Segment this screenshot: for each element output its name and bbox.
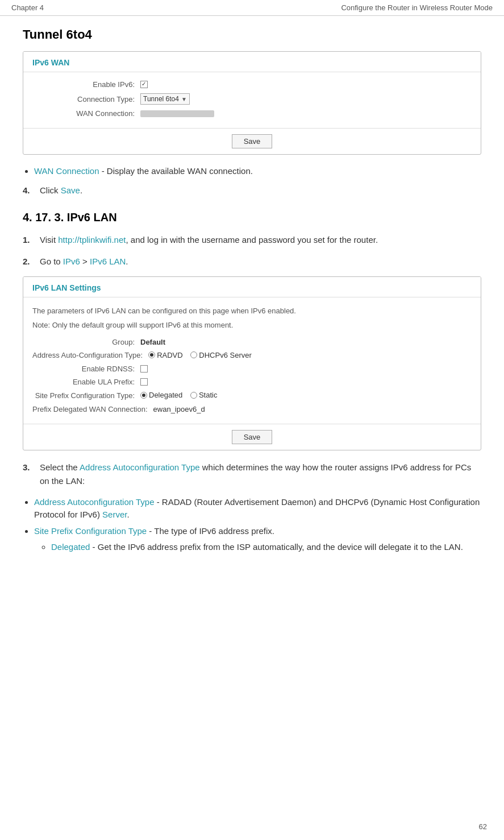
- ipv6-lan-heading: 4. 17. 3. IPv6 LAN: [23, 211, 481, 224]
- tunnel-bullets: WAN Connection - Display the available W…: [34, 165, 481, 178]
- page-content: Tunnel 6to4 IPv6 WAN Enable IPv6: Connec…: [0, 16, 504, 582]
- dhcpv6-radio[interactable]: DHCPv6 Server: [190, 351, 251, 359]
- wan-connection-bullet-text: - Display the available WAN connection.: [99, 166, 253, 176]
- wan-connection-label: WAN Connection:: [32, 109, 140, 118]
- radvd-radio[interactable]: RADVD: [148, 351, 183, 359]
- dhcpv6-radio-btn: [190, 351, 197, 358]
- static-radio-btn: [190, 392, 197, 399]
- step-1-text: Visit: [40, 235, 58, 245]
- step-2-num: 2.: [23, 255, 34, 268]
- enable-ula-label: Enable ULA Prefix:: [32, 378, 140, 386]
- page-number: 62: [479, 822, 487, 831]
- delegated-bullet-text: - Get the IPv6 address prefix from the I…: [90, 542, 463, 552]
- prefix-delegated-row: Prefix Delegated WAN Connection: ewan_ip…: [32, 405, 472, 413]
- step-2: 2. Go to IPv6 > IPv6 LAN.: [23, 255, 481, 268]
- lan-bullets: Address Autoconfiguration Type - RADAD (…: [34, 496, 481, 554]
- enable-rdnss-label: Enable RDNSS:: [32, 365, 140, 373]
- step-2-text2: .: [126, 256, 128, 266]
- group-row: Group: Default: [32, 338, 472, 346]
- step-4-link[interactable]: Save: [61, 185, 80, 195]
- delegated-radio-btn: [140, 392, 147, 399]
- wan-connection-link[interactable]: WAN Connection: [34, 166, 99, 176]
- tunnel-section-title: Tunnel 6to4: [23, 27, 481, 42]
- lan-save-row: Save: [23, 424, 481, 450]
- note-1: The parameters of IPv6 LAN can be config…: [32, 305, 472, 317]
- wan-connection-bullet: WAN Connection - Display the available W…: [34, 165, 481, 178]
- radvd-label: RADVD: [157, 351, 183, 359]
- site-prefix-bullet-text: - The type of IPv6 address prefix.: [147, 526, 274, 536]
- delegated-radio[interactable]: Delegated: [140, 391, 182, 399]
- enable-ipv6-label: Enable IPv6:: [32, 80, 140, 89]
- ipv6-nav-link[interactable]: IPv6: [63, 256, 80, 266]
- delegated-label: Delegated: [149, 391, 182, 399]
- wan-save-row: Save: [23, 128, 481, 154]
- dhcpv6-label: DHCPv6 Server: [199, 351, 251, 359]
- step-1-text2: , and log in with the username and passw…: [126, 235, 378, 245]
- step-2-content: Go to IPv6 > IPv6 LAN.: [40, 255, 481, 268]
- ipv6-lan-body: The parameters of IPv6 LAN can be config…: [23, 297, 481, 424]
- site-prefix-config-value: Delegated Static: [140, 391, 223, 400]
- ipv6-lan-header: IPv6 LAN Settings: [23, 277, 481, 297]
- group-label: Group:: [32, 338, 140, 346]
- ipv6-lan-box: IPv6 LAN Settings The parameters of IPv6…: [23, 276, 481, 450]
- step-3-text: Select the: [40, 462, 80, 472]
- section-label: Configure the Router in Wireless Router …: [341, 3, 493, 12]
- wan-save-button[interactable]: Save: [232, 134, 273, 148]
- step-1-content: Visit http://tplinkwifi.net, and log in …: [40, 233, 481, 247]
- step-4-num: 4.: [23, 184, 34, 197]
- enable-ipv6-row: Enable IPv6:: [32, 80, 472, 89]
- site-prefix-config-label: Site Prefix Configuration Type:: [32, 391, 140, 400]
- address-autoconfig-link[interactable]: Address Autoconfiguration Type: [80, 462, 200, 472]
- delegated-bullet-link[interactable]: Delegated: [51, 542, 90, 552]
- static-label: Static: [199, 391, 218, 399]
- wan-connection-row: WAN Connection:: [32, 109, 472, 118]
- step-3: 3. Select the Address Autoconfiguration …: [23, 461, 481, 488]
- step-3-num: 3.: [23, 461, 34, 488]
- static-radio[interactable]: Static: [190, 391, 218, 399]
- step-1: 1. Visit http://tplinkwifi.net, and log …: [23, 233, 481, 247]
- tplinkwifi-link[interactable]: http://tplinkwifi.net: [58, 235, 126, 245]
- site-prefix-bullet: Site Prefix Configuration Type - The typ…: [34, 525, 481, 554]
- select-arrow-icon: ▼: [181, 96, 187, 102]
- ipv6-wan-title: IPv6 WAN: [32, 58, 69, 67]
- ipv6-wan-box: IPv6 WAN Enable IPv6: Connection Type: T…: [23, 51, 481, 155]
- site-prefix-config-row: Site Prefix Configuration Type: Delegate…: [32, 391, 472, 400]
- ipv6-lan-nav-link[interactable]: IPv6 LAN: [90, 256, 126, 266]
- step-4-text: Click: [40, 185, 61, 195]
- step-4-content: Click Save.: [40, 184, 481, 197]
- ipv6-wan-body: Enable IPv6: Connection Type: Tunnel 6to…: [23, 72, 481, 128]
- site-prefix-bullet-link[interactable]: Site Prefix Configuration Type: [34, 526, 147, 536]
- note-2: Note: Only the default group will suppor…: [32, 320, 472, 331]
- address-auto-config-value: RADVD DHCPv6 Server: [148, 351, 257, 361]
- site-prefix-sub-bullets: Delegated - Get the IPv6 address prefix …: [51, 541, 481, 554]
- connection-type-row: Connection Type: Tunnel 6to4 ▼: [32, 93, 472, 105]
- connection-type-select[interactable]: Tunnel 6to4 ▼: [140, 93, 190, 105]
- radvd-radio-btn: [148, 351, 155, 358]
- prefix-delegated-label: Prefix Delegated WAN Connection:: [32, 405, 153, 413]
- step-2-text: Go to: [40, 256, 63, 266]
- enable-ipv6-checkbox[interactable]: [140, 81, 148, 88]
- address-auto-config-label: Address Auto-Configuration Type:: [32, 351, 148, 359]
- group-value: Default: [140, 338, 165, 346]
- address-auto-config-row: Address Auto-Configuration Type: RADVD D…: [32, 351, 472, 361]
- lan-save-button[interactable]: Save: [232, 430, 273, 444]
- page-header: Chapter 4 Configure the Router in Wirele…: [0, 0, 504, 16]
- step-4: 4. Click Save.: [23, 184, 481, 197]
- server-link[interactable]: Server: [102, 510, 127, 519]
- enable-rdnss-checkbox[interactable]: [140, 365, 148, 373]
- step-1-num: 1.: [23, 233, 34, 247]
- delegated-bullet: Delegated - Get the IPv6 address prefix …: [51, 541, 481, 554]
- enable-ula-row: Enable ULA Prefix:: [32, 378, 472, 386]
- prefix-delegated-value: ewan_ipoev6_d: [153, 405, 205, 413]
- address-autoconfig-bullet-link[interactable]: Address Autoconfiguration Type: [34, 497, 155, 507]
- step-4-text2: .: [80, 185, 82, 195]
- connection-type-label: Connection Type:: [32, 95, 140, 104]
- step-2-gt: >: [80, 256, 90, 266]
- enable-rdnss-row: Enable RDNSS:: [32, 365, 472, 373]
- ipv6-wan-header: IPv6 WAN: [23, 52, 481, 72]
- address-autoconfig-bullet: Address Autoconfiguration Type - RADAD (…: [34, 496, 481, 522]
- ipv6-lan-title: IPv6 LAN Settings: [32, 283, 101, 292]
- enable-ula-checkbox[interactable]: [140, 378, 148, 386]
- chapter-label: Chapter 4: [11, 3, 44, 12]
- wan-connection-blurred: [140, 110, 214, 117]
